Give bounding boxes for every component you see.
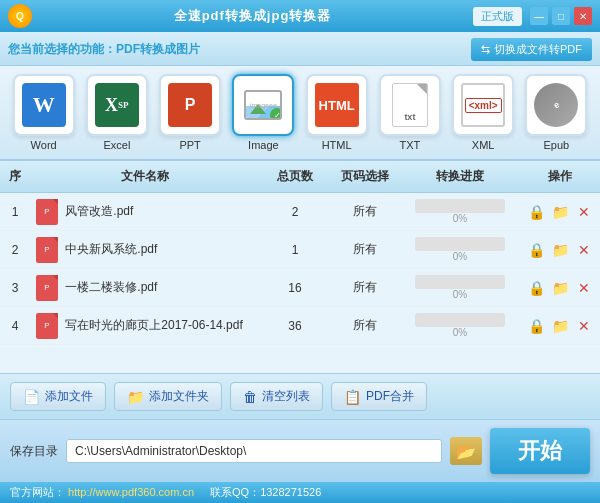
add-file-icon: 📄 xyxy=(23,389,40,405)
row4-save-btn[interactable]: 🔒 xyxy=(526,316,546,336)
row2-delete-btn[interactable]: ✕ xyxy=(574,240,594,260)
row1-seq: 1 xyxy=(0,203,30,221)
table-row: 2 P 中央新风系统.pdf 1 所有 0% 🔒 📁 ✕ xyxy=(0,231,600,269)
table-row: 4 P 写在时光的廊页上2017-06-14.pdf 36 所有 0% 🔒 📁 … xyxy=(0,307,600,345)
row3-progress: 0% xyxy=(400,273,520,302)
add-file-button[interactable]: 📄 添加文件 xyxy=(10,382,106,411)
start-button[interactable]: 开始 xyxy=(490,428,590,474)
maximize-button[interactable]: □ xyxy=(552,7,570,25)
format-xml-label: XML xyxy=(472,139,495,151)
col-pages: 总页数 xyxy=(260,165,330,188)
col-pageselect: 页码选择 xyxy=(330,165,400,188)
row3-seq: 3 xyxy=(0,279,30,297)
file-table: 序 文件名称 总页数 页码选择 转换进度 操作 1 P 风管改造.pdf 2 所… xyxy=(0,161,600,373)
epub-icon: e xyxy=(534,83,578,127)
row3-save-btn[interactable]: 🔒 xyxy=(526,278,546,298)
pdf-merge-button[interactable]: 📋 PDF合并 xyxy=(331,382,427,411)
format-row: W Word XSP Excel P PPT ✓ xyxy=(0,66,600,161)
qq-label: 联系QQ：1328271526 xyxy=(210,485,321,500)
row4-progress: 0% xyxy=(400,311,520,340)
format-excel-label: Excel xyxy=(103,139,130,151)
format-txt-label: TXT xyxy=(399,139,420,151)
format-image[interactable]: ✓ imageee Image xyxy=(230,74,297,151)
row2-save-btn[interactable]: 🔒 xyxy=(526,240,546,260)
col-seq: 序 xyxy=(0,165,30,188)
add-folder-button[interactable]: 📁 添加文件夹 xyxy=(114,382,222,411)
txt-icon: txt xyxy=(388,83,432,127)
row4-seq: 4 xyxy=(0,317,30,335)
format-word-label: Word xyxy=(31,139,57,151)
switch-mode-button[interactable]: ⇆ 切换成文件转PDF xyxy=(471,38,592,61)
row1-ops: 🔒 📁 ✕ xyxy=(520,200,600,224)
row2-seq: 2 xyxy=(0,241,30,259)
row1-delete-btn[interactable]: ✕ xyxy=(574,202,594,222)
row4-folder-btn[interactable]: 📁 xyxy=(550,316,570,336)
html-icon: HTML xyxy=(315,83,359,127)
clear-list-button[interactable]: 🗑 清空列表 xyxy=(230,382,323,411)
word-icon: W xyxy=(22,83,66,127)
folder-icon: 📂 xyxy=(456,442,476,461)
format-html[interactable]: HTML HTML xyxy=(303,74,370,151)
website-label: 官方网站： http://www.pdf360.com.cn xyxy=(10,485,194,500)
row2-pageselect: 所有 xyxy=(330,239,400,260)
format-epub[interactable]: e Epub xyxy=(523,74,590,151)
row3-delete-btn[interactable]: ✕ xyxy=(574,278,594,298)
col-progress: 转换进度 xyxy=(400,165,520,188)
row4-pageselect: 所有 xyxy=(330,315,400,336)
file-icon: P xyxy=(36,313,58,339)
table-body: 1 P 风管改造.pdf 2 所有 0% 🔒 📁 ✕ xyxy=(0,193,600,373)
row2-filename: P 中央新风系统.pdf xyxy=(30,235,260,265)
save-label: 保存目录 xyxy=(10,443,58,460)
row1-pageselect: 所有 xyxy=(330,201,400,222)
row1-pages: 2 xyxy=(260,203,330,221)
excel-icon: XSP xyxy=(95,83,139,127)
file-icon: P xyxy=(36,237,58,263)
file-icon: P xyxy=(36,275,58,301)
row3-filename: P 一楼二楼装修.pdf xyxy=(30,273,260,303)
format-excel[interactable]: XSP Excel xyxy=(83,74,150,151)
xml-icon: <xml> xyxy=(461,83,505,127)
status-bar: 官方网站： http://www.pdf360.com.cn 联系QQ：1328… xyxy=(0,482,600,503)
row4-filename: P 写在时光的廊页上2017-06-14.pdf xyxy=(30,311,260,341)
row3-pageselect: 所有 xyxy=(330,277,400,298)
row1-progress: 0% xyxy=(400,197,520,226)
col-filename: 文件名称 xyxy=(30,165,260,188)
app-logo: Q xyxy=(8,4,32,28)
format-txt[interactable]: txt TXT xyxy=(376,74,443,151)
version-badge: 正式版 xyxy=(473,7,522,26)
save-row: 保存目录 📂 开始 xyxy=(0,420,600,482)
save-path-input[interactable] xyxy=(66,439,442,463)
row4-ops: 🔒 📁 ✕ xyxy=(520,314,600,338)
row2-progress: 0% xyxy=(400,235,520,264)
row1-save-btn[interactable]: 🔒 xyxy=(526,202,546,222)
toolbar: 您当前选择的功能：PDF转换成图片 ⇆ 切换成文件转PDF xyxy=(0,32,600,66)
row1-filename: P 风管改造.pdf xyxy=(30,197,260,227)
col-ops: 操作 xyxy=(520,165,600,188)
format-xml[interactable]: <xml> XML xyxy=(450,74,517,151)
file-icon: P xyxy=(36,199,58,225)
format-html-label: HTML xyxy=(322,139,352,151)
clear-list-icon: 🗑 xyxy=(243,389,257,405)
row4-delete-btn[interactable]: ✕ xyxy=(574,316,594,336)
row4-pages: 36 xyxy=(260,317,330,335)
minimize-button[interactable]: — xyxy=(530,7,548,25)
close-button[interactable]: ✕ xyxy=(574,7,592,25)
pdf-merge-icon: 📋 xyxy=(344,389,361,405)
row2-ops: 🔒 📁 ✕ xyxy=(520,238,600,262)
row1-folder-btn[interactable]: 📁 xyxy=(550,202,570,222)
format-ppt-label: PPT xyxy=(179,139,200,151)
app-title: 全速pdf转换成jpg转换器 xyxy=(32,7,473,25)
row2-pages: 1 xyxy=(260,241,330,259)
format-image-label: Image xyxy=(248,139,279,151)
table-row: 1 P 风管改造.pdf 2 所有 0% 🔒 📁 ✕ xyxy=(0,193,600,231)
table-row: 3 P 一楼二楼装修.pdf 16 所有 0% 🔒 📁 ✕ xyxy=(0,269,600,307)
website-link[interactable]: http://www.pdf360.com.cn xyxy=(68,486,194,498)
action-buttons: 📄 添加文件 📁 添加文件夹 🗑 清空列表 📋 PDF合并 xyxy=(0,373,600,420)
title-bar: Q 全速pdf转换成jpg转换器 正式版 — □ ✕ xyxy=(0,0,600,32)
row3-folder-btn[interactable]: 📁 xyxy=(550,278,570,298)
format-word[interactable]: W Word xyxy=(10,74,77,151)
add-folder-icon: 📁 xyxy=(127,389,144,405)
browse-folder-button[interactable]: 📂 xyxy=(450,437,482,465)
format-ppt[interactable]: P PPT xyxy=(157,74,224,151)
row2-folder-btn[interactable]: 📁 xyxy=(550,240,570,260)
